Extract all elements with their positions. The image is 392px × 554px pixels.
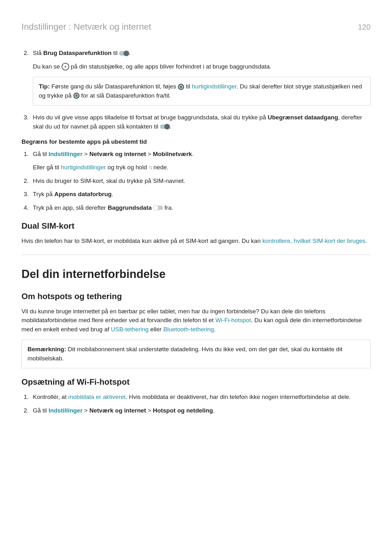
settings-link[interactable]: Indstillinger: [49, 407, 83, 414]
bold-text: Mobilnetværk: [153, 151, 192, 157]
text: Tryk på en app, slå derefter: [33, 204, 108, 211]
about-hotspot-text: Vil du kunne bruge internettet på en bær…: [21, 307, 371, 334]
bold-text: Netværk og internet: [89, 151, 146, 157]
breadcrumb: Indstillinger : Netværk og internet: [21, 20, 151, 33]
quick-settings-link[interactable]: hurtigindstillinger: [192, 83, 237, 90]
text: for at slå Datasparefunktion fra/til.: [80, 92, 171, 99]
setup-steps: Kontrollér, at mobildata er aktiveret. H…: [21, 393, 371, 415]
restrict-step-1: Gå til Indstillinger > Netværk og intern…: [30, 150, 371, 172]
subsection-heading: Begræns for bestemte apps på ubestemt ti…: [21, 137, 371, 147]
setup-step-1: Kontrollér, at mobildata er aktiveret. H…: [30, 393, 371, 402]
text: Hvis du vil give visse apps tilladelse t…: [33, 114, 268, 121]
text: fra.: [163, 204, 173, 211]
note-callout: Bemærkning: Dit mobilabonnement skal und…: [21, 340, 371, 368]
text: .: [112, 191, 113, 197]
check-sim-link[interactable]: kontrollere, hvilket SIM-kort der bruges…: [262, 238, 367, 244]
bold-text: Ubegrænset dataadgang: [268, 114, 338, 121]
text: Slå: [33, 50, 43, 56]
bold-text: Netværk og internet: [89, 407, 146, 414]
usb-tethering-link[interactable]: USB-tethering: [111, 326, 148, 333]
text: Første gang du slår Datasparefunktion ti…: [50, 83, 178, 90]
text: Eller gå til: [33, 164, 61, 171]
text: nede.: [152, 164, 168, 171]
restrict-step-4: Tryk på en app, slå derefter Baggrundsda…: [30, 203, 371, 213]
wifi-hotspot-link[interactable]: Wi-Fi-hotspot: [215, 317, 251, 323]
steps-continued: Slå Brug Datasparefunktion til . Du kan …: [21, 49, 371, 131]
restrict-step-3: Tryk på Appens dataforbrug.: [30, 190, 371, 199]
step-2-note: Du kan se + på din statusbjælke, og alle…: [33, 62, 371, 71]
text: . Hvis mobildata er deaktiveret, har din…: [126, 394, 351, 400]
restrict-step-1-alt: Eller gå til hurtigindstillinger og tryk…: [33, 163, 371, 172]
bold-text: Hotspot og netdeling: [153, 407, 213, 414]
dual-sim-text: Hvis din telefon har to SIM-kort, er mob…: [21, 237, 371, 246]
restrict-step-2: Hvis du bruger to SIM-kort, skal du tryk…: [30, 177, 371, 186]
text: Dit mobilabonnement skal understøtte dat…: [27, 346, 342, 362]
text: Gå til: [33, 407, 49, 414]
setup-step-2: Gå til Indstillinger > Netværk og intern…: [30, 406, 371, 415]
text: >: [146, 407, 153, 414]
text: på din statusbjælke, og alle apps bliver…: [69, 63, 271, 70]
bold-text: Brug Datasparefunktion: [43, 50, 112, 56]
data-saver-status-icon: +: [62, 63, 69, 70]
text: til: [184, 83, 192, 90]
settings-link[interactable]: Indstillinger: [49, 151, 83, 157]
data-saver-tile-icon: [73, 93, 80, 99]
text: >: [146, 151, 153, 157]
text: >: [82, 151, 89, 157]
share-connection-heading: Del din internetforbindelse: [21, 266, 371, 283]
document-page: Indstillinger : Netværk og internet 120 …: [0, 0, 392, 554]
toggle-on-icon: [119, 51, 129, 56]
tip-label: Tip:: [39, 83, 50, 90]
note-label: Bemærkning:: [27, 346, 66, 352]
text: .: [213, 407, 214, 414]
setup-hotspot-heading: Opsætning af Wi-Fi-hotspot: [21, 376, 371, 388]
quick-settings-link[interactable]: hurtigindstillinger: [61, 164, 106, 171]
toggle-off-icon: [154, 206, 163, 210]
dual-sim-heading: Dual SIM-kort: [21, 220, 371, 232]
text: Hvis din telefon har to SIM-kort, er mob…: [21, 238, 262, 244]
page-number: 120: [358, 21, 371, 33]
step-2: Slå Brug Datasparefunktion til . Du kan …: [30, 49, 371, 105]
text: Tryk på: [33, 191, 54, 197]
restrict-steps: Gå til Indstillinger > Netværk og intern…: [21, 150, 371, 213]
text: >: [82, 407, 89, 414]
bold-text: Baggrundsdata: [108, 204, 152, 211]
step-3: Hvis du vil give visse apps tilladelse t…: [30, 113, 371, 131]
mobile-data-arrows-icon: ↑↓: [148, 163, 152, 172]
text: til: [112, 50, 119, 56]
text: og tryk og hold: [106, 164, 148, 171]
mobile-data-enabled-link[interactable]: mobildata er aktiveret: [68, 394, 126, 400]
bold-text: Appens dataforbrug: [54, 191, 112, 197]
text: Du kan se: [33, 63, 62, 70]
text: eller: [148, 326, 163, 333]
toggle-on-icon: [160, 124, 169, 129]
bluetooth-tethering-link[interactable]: Bluetooth-tethering: [163, 326, 214, 333]
tip-callout: Tip: Første gang du slår Datasparefunkti…: [33, 77, 371, 105]
text: .: [192, 151, 194, 157]
text: .: [214, 326, 215, 333]
section-divider: [21, 255, 371, 255]
page-header: Indstillinger : Netværk og internet 120: [21, 20, 371, 33]
about-hotspot-heading: Om hotspots og tethering: [21, 290, 371, 303]
text: Gå til: [33, 151, 49, 157]
data-saver-tile-icon: [178, 84, 184, 90]
text: Kontrollér, at: [33, 394, 68, 400]
